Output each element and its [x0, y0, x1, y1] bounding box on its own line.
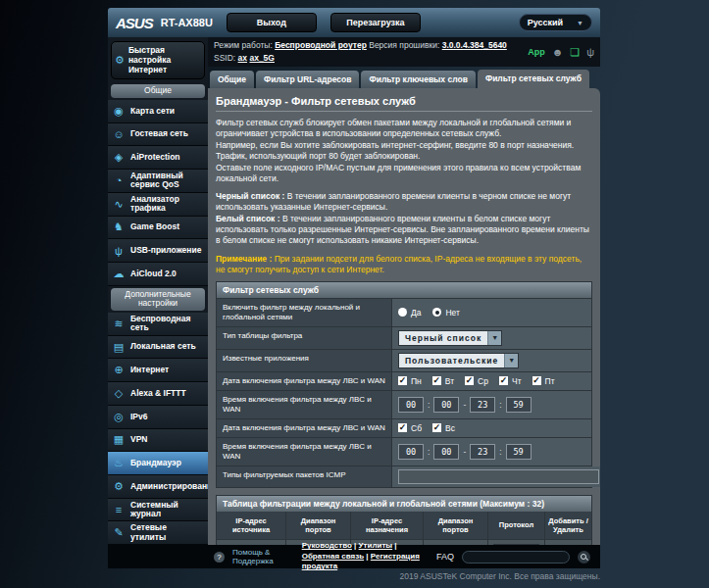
sidebar-item-aicloud[interactable]: ☁ AiCloud 2.0	[108, 263, 208, 286]
day-fri-checkbox[interactable]: ✓	[532, 376, 541, 385]
chevron-down-icon: ▼	[504, 354, 518, 368]
sidebar-item-firewall[interactable]: ♨ Брандмауэр	[108, 452, 208, 475]
weekend-start-hour-input[interactable]	[398, 444, 424, 460]
help-icon: ?	[214, 552, 225, 563]
weekday-date-label: Дата включения фильтра между ЛВС и WAN	[217, 372, 391, 390]
icmp-row: Типы фильтруемых пакетов ICMP	[217, 466, 591, 487]
copyright-text: 2019 ASUSTeK Computer Inc. Все права защ…	[108, 571, 600, 581]
day-thu-checkbox[interactable]: ✓	[499, 376, 508, 385]
sidebar-item-administration[interactable]: ⚙ Администрирование	[108, 475, 208, 499]
weekend-start-min-input[interactable]	[433, 444, 459, 460]
sidebar-item-wan[interactable]: ⊕ Интернет	[108, 359, 208, 382]
description-paragraph: Фильтр сетевых служб блокирует обмен пак…	[216, 118, 592, 139]
filter-settings-table: Фильтр сетевых служб Включить фильтр меж…	[216, 281, 592, 488]
faq-search-input[interactable]	[462, 551, 570, 564]
day-tue-checkbox[interactable]: ✓	[432, 376, 441, 385]
sidebar-section-general: Общие	[111, 84, 205, 98]
wireless-icon: ≋	[112, 318, 126, 330]
tab-bar: Общие Фильтр URL-адресов Фильтр ключевых…	[208, 67, 600, 88]
operation-mode-link[interactable]: Беспроводной роутер	[275, 40, 367, 50]
col-source-ports: Диапазон портов	[285, 512, 350, 540]
enable-no-radio[interactable]	[432, 308, 441, 317]
sidebar-item-wireless[interactable]: ≋ Беспроводная сеть	[108, 313, 208, 336]
lan-icon: ▤	[112, 341, 126, 354]
weekend-time-row: Время включения фильтра между ЛВС и WAN …	[217, 437, 591, 466]
sidebar-item-aiprotection[interactable]: ◈ AiProtection	[108, 146, 208, 170]
enable-yes-label: Да	[411, 308, 421, 318]
alexa-ifttt-icon: ◇	[112, 387, 126, 400]
help-support-label[interactable]: Помощь & Поддержка	[232, 548, 294, 565]
language-select[interactable]: Русский ▼	[519, 14, 592, 31]
app-link[interactable]: App	[528, 47, 545, 57]
day-sun-checkbox[interactable]: ✓	[432, 423, 441, 432]
known-apps-row: Известные приложения Пользовательские ▼	[217, 349, 591, 371]
sidebar-item-vpn[interactable]: ▦ VPN	[108, 429, 208, 453]
day-sat-checkbox[interactable]: ✓	[398, 423, 407, 432]
sidebar-item-network-tools[interactable]: ✎ Сетевые утилиты	[108, 521, 208, 545]
sidebar-item-traffic-analyzer[interactable]: ∿ Анализатор трафика	[108, 193, 208, 217]
description-paragraph: Например, если Вы хотите заблокировать и…	[216, 140, 592, 162]
sidebar-item-game-boost[interactable]: ♞ Game Boost	[108, 217, 208, 240]
sidebar-item-system-log[interactable]: ≡ Системный журнал	[108, 499, 208, 522]
manual-link[interactable]: Руководство	[302, 541, 352, 550]
filter-type-label: Тип таблицы фильтра	[217, 327, 391, 349]
usb-icon: ψ	[112, 245, 126, 257]
weekday-time-row: Время включения фильтра между ЛВС и WAN …	[217, 390, 591, 418]
weekend-end-hour-input[interactable]	[470, 444, 495, 460]
weekday-time-label: Время включения фильтра между ЛВС и WAN	[217, 391, 391, 418]
search-icon[interactable]	[578, 551, 590, 564]
weekend-end-min-input[interactable]	[506, 444, 532, 460]
ssid-5g-link[interactable]: ax_5G	[249, 53, 275, 63]
sidebar-item-lan[interactable]: ▤ Локальная сеть	[108, 336, 208, 360]
filter-type-select[interactable]: Черный список ▼	[398, 330, 502, 346]
day-wed-checkbox[interactable]: ✓	[465, 376, 474, 385]
faq-label: FAQ	[436, 552, 454, 562]
col-dest-ip: IP-адрес назначения	[350, 512, 423, 540]
gauge-icon: ◔	[112, 174, 126, 186]
sidebar: ⚙ Быстрая настройка Интернет Общие ◉ Кар…	[108, 37, 208, 545]
sidebar-item-guest-network[interactable]: ☺ Гостевая сеть	[108, 123, 208, 147]
firmware-version-link[interactable]: 3.0.0.4.384_5640	[442, 40, 507, 50]
usb-status-icon[interactable]: ψ	[586, 46, 594, 58]
logout-button[interactable]: Выход	[227, 13, 317, 32]
known-apps-select[interactable]: Пользовательские ▼	[398, 353, 519, 368]
subnet-note: Примечание : При задании подсети для бел…	[216, 254, 592, 275]
tab-network-services-filter[interactable]: Фильтр сетевых служб	[478, 70, 589, 88]
enable-no-label: Нет	[445, 308, 459, 318]
ssid-label: SSID:	[214, 53, 235, 63]
enable-filter-row: Включить фильтр между локальной и глобал…	[217, 298, 591, 326]
reboot-button[interactable]: Перезагрузка	[330, 13, 421, 32]
footer-links: Руководство | Утилиты | Обратная связь |…	[302, 541, 429, 571]
weekday-start-min-input[interactable]	[433, 397, 459, 413]
firewall-icon: ♨	[112, 457, 126, 469]
col-protocol: Протокол	[487, 512, 544, 540]
page-title: Брандмауэр - Фильтр сетевых служб	[216, 95, 592, 112]
sidebar-item-usb-application[interactable]: ψ USB-приложение	[108, 239, 208, 263]
top-banner: ASUS RT-AX88U Выход Перезагрузка Русский…	[108, 8, 600, 37]
lan-status-icon[interactable]: ❏	[570, 46, 580, 59]
gamepad-icon: ♞	[112, 220, 126, 233]
weekday-end-hour-input[interactable]	[470, 397, 495, 413]
sidebar-item-alexa-ifttt[interactable]: ◇ Alexa & IFTTT	[108, 382, 208, 406]
tab-keyword-filter[interactable]: Фильтр ключевых слов	[361, 71, 475, 88]
clients-icon[interactable]: ☻	[552, 46, 564, 58]
gear-icon: ⚙	[112, 480, 126, 493]
sidebar-item-ipv6[interactable]: ◎ IPv6	[108, 406, 208, 429]
description: Фильтр сетевых служб блокирует обмен пак…	[216, 118, 592, 275]
icmp-input[interactable]	[398, 469, 599, 484]
utilities-link[interactable]: Утилиты	[359, 541, 393, 550]
waveform-icon: ∿	[112, 198, 126, 211]
weekend-date-row: Дата включения фильтра между ЛВС и WAN ✓…	[217, 418, 591, 437]
feedback-link[interactable]: Обратная связь	[302, 552, 364, 561]
sidebar-item-network-map[interactable]: ◉ Карта сети	[108, 100, 208, 123]
quick-setup-button[interactable]: ⚙ Быстрая настройка Интернет	[111, 41, 205, 79]
weekday-end-min-input[interactable]	[506, 397, 532, 413]
ssid-24-link[interactable]: ax	[238, 53, 247, 63]
day-mon-checkbox[interactable]: ✓	[398, 376, 407, 385]
sidebar-item-adaptive-qos[interactable]: ◔ Адаптивный сервис QoS	[108, 170, 208, 193]
tab-url-filter[interactable]: Фильтр URL-адресов	[256, 71, 359, 88]
weekday-start-hour-input[interactable]	[398, 397, 424, 413]
tab-general[interactable]: Общие	[210, 71, 254, 88]
sidebar-section-advanced: Дополнительные настройки	[111, 288, 205, 312]
enable-yes-radio[interactable]	[398, 308, 407, 317]
